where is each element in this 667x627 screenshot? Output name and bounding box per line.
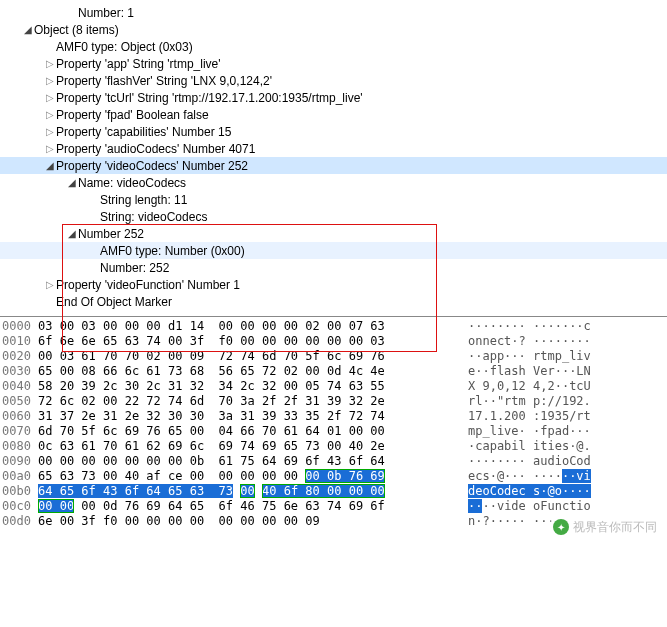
tree-row[interactable]: AMF0 type: Object (0x03) [0, 38, 667, 55]
tree-row[interactable]: Object (8 items) [0, 21, 667, 38]
hex-row[interactable]: 00a065 63 73 00 40 af ce 00 00 00 00 00 … [0, 469, 667, 484]
tree-row[interactable]: Property 'audioCodecs' Number 4071 [0, 140, 667, 157]
hex-row[interactable]: 006031 37 2e 31 2e 32 30 30 3a 31 39 33 … [0, 409, 667, 424]
expand-icon[interactable] [66, 225, 78, 242]
hex-row[interactable]: 00b064 65 6f 43 6f 64 65 63 73 00 40 6f … [0, 484, 667, 499]
hex-row[interactable]: 005072 6c 02 00 22 72 74 6d 70 3a 2f 2f … [0, 394, 667, 409]
expand-icon[interactable] [66, 174, 78, 191]
expand-icon[interactable] [44, 157, 56, 174]
hex-row[interactable]: 009000 00 00 00 00 00 00 0b 61 75 64 69 … [0, 454, 667, 469]
collapse-icon[interactable] [44, 276, 56, 293]
hex-row[interactable]: 00106f 6e 6e 65 63 74 00 3f f0 00 00 00 … [0, 334, 667, 349]
collapse-icon[interactable] [44, 123, 56, 140]
protocol-tree[interactable]: Number: 1 Object (8 items) AMF0 type: Ob… [0, 0, 667, 316]
hex-row[interactable]: 004058 20 39 2c 30 2c 31 32 34 2c 32 00 … [0, 379, 667, 394]
tree-row[interactable]: String: videoCodecs [0, 208, 667, 225]
tree-row[interactable]: Number 252 [0, 225, 667, 242]
hex-row[interactable]: 00800c 63 61 70 61 62 69 6c 69 74 69 65 … [0, 439, 667, 454]
hex-row[interactable]: 00c000 00 00 0d 76 69 64 65 6f 46 75 6e … [0, 499, 667, 514]
watermark: ✦视界音你而不同 [551, 519, 659, 535]
tree-row[interactable]: Property 'capabilities' Number 15 [0, 123, 667, 140]
tree-row[interactable]: Property 'tcUrl' String 'rtmp://192.17.1… [0, 89, 667, 106]
hex-dump-panel[interactable]: 000003 00 03 00 00 00 d1 14 00 00 00 00 … [0, 316, 667, 537]
expand-icon[interactable] [22, 21, 34, 38]
hex-row[interactable]: 002000 03 61 70 70 02 00 09 72 74 6d 70 … [0, 349, 667, 364]
tree-row[interactable]: Property 'fpad' Boolean false [0, 106, 667, 123]
tree-row[interactable]: End Of Object Marker [0, 293, 667, 310]
tree-row[interactable]: Number: 252 [0, 259, 667, 276]
collapse-icon[interactable] [44, 140, 56, 157]
collapse-icon[interactable] [44, 89, 56, 106]
tree-row-selected[interactable]: Property 'videoCodecs' Number 252 [0, 157, 667, 174]
tree-row[interactable]: Property 'flashVer' String 'LNX 9,0,124,… [0, 72, 667, 89]
tree-row[interactable]: Property 'videoFunction' Number 1 [0, 276, 667, 293]
hex-row[interactable]: 00706d 70 5f 6c 69 76 65 00 04 66 70 61 … [0, 424, 667, 439]
collapse-icon[interactable] [44, 106, 56, 123]
tree-row[interactable]: String length: 11 [0, 191, 667, 208]
tree-row[interactable]: Number: 1 [0, 4, 667, 21]
collapse-icon[interactable] [44, 72, 56, 89]
hex-row[interactable]: 000003 00 03 00 00 00 d1 14 00 00 00 00 … [0, 319, 667, 334]
tree-row[interactable]: AMF0 type: Number (0x00) [0, 242, 667, 259]
tree-row[interactable]: Name: videoCodecs [0, 174, 667, 191]
tree-row[interactable]: Property 'app' String 'rtmp_live' [0, 55, 667, 72]
hex-row[interactable]: 003065 00 08 66 6c 61 73 68 56 65 72 02 … [0, 364, 667, 379]
collapse-icon[interactable] [44, 55, 56, 72]
wechat-icon: ✦ [553, 519, 569, 535]
